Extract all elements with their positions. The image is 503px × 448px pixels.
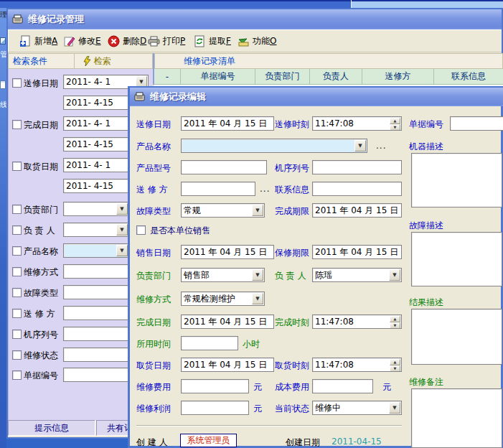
creator-value: 系统管理员 <box>180 434 237 447</box>
lightning-icon <box>83 56 91 66</box>
filter-label: 机序列号 <box>24 329 58 341</box>
filter-checkbox[interactable] <box>12 225 22 235</box>
filter-label: 送修日期 <box>24 78 58 90</box>
profit-input[interactable] <box>181 401 249 415</box>
filter-checkbox[interactable] <box>12 120 22 129</box>
spinner-buttons[interactable]: ▲▼ <box>390 359 400 370</box>
search-button[interactable]: 检索 <box>75 55 111 67</box>
chevron-down-icon[interactable]: ▼ <box>354 140 366 151</box>
function-button[interactable]: 功能O <box>235 34 278 48</box>
dept-combobox[interactable]: 销售部▼ <box>181 268 265 282</box>
product-browse-button[interactable]: ... <box>376 141 386 151</box>
filter-checkbox[interactable] <box>12 288 22 297</box>
contact-input[interactable] <box>312 182 402 196</box>
contact-label: 联系信息 <box>275 184 309 196</box>
sender-browse-button[interactable]: ... <box>260 184 270 194</box>
filter-checkbox[interactable] <box>12 309 22 318</box>
extract-button[interactable]: 提取F <box>192 34 233 48</box>
filter-combobox[interactable]: ▼ <box>63 223 129 237</box>
edit-dialog-titlebar[interactable]: 维修记录编辑 <box>130 88 503 106</box>
print-button[interactable]: 打印P <box>146 34 187 48</box>
filter-checkbox[interactable] <box>12 205 22 214</box>
own-sale-checkbox[interactable] <box>136 225 146 235</box>
repair-fee-input[interactable] <box>181 379 249 393</box>
filter-combobox[interactable]: ▼ <box>63 243 129 258</box>
chevron-down-icon[interactable]: ▼ <box>252 269 263 281</box>
column-header[interactable]: 联系信息 <box>434 69 503 84</box>
chevron-down-icon[interactable]: ▼ <box>116 224 128 235</box>
machine-desc-textarea[interactable] <box>411 153 502 207</box>
filter-checkbox[interactable] <box>12 246 22 256</box>
main-window-titlebar[interactable]: 维修记录管理 <box>8 9 502 29</box>
person-combobox[interactable]: 陈瑶▼ <box>312 268 402 282</box>
chevron-down-icon[interactable]: ▼ <box>252 205 263 216</box>
edge-char: 理 <box>0 11 6 19</box>
print-icon <box>148 35 160 47</box>
send-date-label: 送修日期 <box>136 118 171 131</box>
dialog-icon <box>134 92 146 102</box>
desktop-edge: 理 管 线 <box>0 8 6 448</box>
remark-textarea[interactable] <box>411 388 502 448</box>
chevron-down-icon[interactable]: ▼ <box>116 203 128 215</box>
chevron-down-icon[interactable]: ▼ <box>389 269 400 281</box>
filter-label: 单据编号 <box>24 370 58 382</box>
delete-button[interactable]: 删除D <box>105 34 149 48</box>
status-label: 当前状态 <box>275 403 309 415</box>
fault-desc-textarea[interactable] <box>411 232 502 286</box>
send-time-spinner[interactable]: 11:47:08▲▼ <box>312 116 402 131</box>
chevron-down-icon[interactable]: ▼ <box>389 402 400 414</box>
filter-checkbox[interactable] <box>12 267 22 276</box>
doc-no-input[interactable] <box>450 116 503 131</box>
finish-time-spinner[interactable]: 11:47:08▲▼ <box>312 314 402 329</box>
chevron-down-icon[interactable]: ▼ <box>116 245 128 256</box>
sale-date-field[interactable]: 2011 年 04 月 15 日 <box>181 245 274 259</box>
sale-date-label: 销售日期 <box>136 247 171 259</box>
send-date-field[interactable]: 2011 年 04 月 15 日 <box>181 116 274 131</box>
record-list-columns: - 单据编号 负责部门 负责人 送修方 联系信息 <box>154 69 503 85</box>
repair-mode-label: 维修方式 <box>136 294 171 306</box>
finish-date-field[interactable]: 2011 年 04 月 15 日 <box>181 314 274 329</box>
used-time-input[interactable] <box>181 336 238 350</box>
background-window-strip-right <box>351 0 503 8</box>
product-model-input[interactable] <box>181 160 267 174</box>
repair-mode-combobox[interactable]: 常规检测维护▼ <box>181 291 265 306</box>
screen: 理 管 线 维修记录管理 新增A <box>0 0 503 448</box>
spin-up-icon: ▲ <box>390 118 400 124</box>
filter-label: 完成日期 <box>24 119 58 131</box>
spin-up-icon: ▲ <box>390 316 400 322</box>
spinner-buttons[interactable]: ▲▼ <box>390 316 400 327</box>
column-header[interactable]: 单据编号 <box>181 69 255 84</box>
pickup-time-spinner[interactable]: 11:47:08▲▼ <box>312 358 402 372</box>
warranty-field[interactable]: 2011 年 04 月 15 日 <box>312 245 402 259</box>
new-button[interactable]: 新增A <box>17 34 60 48</box>
sender-input[interactable] <box>181 182 255 196</box>
creator-label: 创 建 人 <box>136 437 168 448</box>
column-header[interactable]: 负责人 <box>310 69 362 84</box>
pickup-date-field[interactable]: 2011 年 04 月 15 日 <box>181 358 274 372</box>
column-header[interactable]: - <box>154 69 181 84</box>
column-header[interactable]: 送修方 <box>362 69 434 84</box>
used-time-unit: 小时 <box>243 338 260 350</box>
cost-fee-label: 成本费用 <box>275 381 309 393</box>
result-desc-textarea[interactable] <box>411 309 502 365</box>
status-combobox[interactable]: 维修中▼ <box>312 401 402 415</box>
person-label: 负 责 人 <box>275 270 306 282</box>
deadline-field[interactable]: 2011 年 04 月 15 日 <box>312 203 402 218</box>
product-name-combobox[interactable]: ▼ <box>181 139 367 153</box>
filter-checkbox[interactable] <box>12 162 22 171</box>
edit-button[interactable]: 修改E <box>61 34 103 48</box>
cost-fee-input[interactable] <box>312 379 373 393</box>
filter-checkbox[interactable] <box>12 370 22 380</box>
spinner-buttons[interactable]: ▲▼ <box>390 118 400 129</box>
serial-input[interactable] <box>312 160 402 174</box>
filter-combobox[interactable]: ▼ <box>63 202 129 216</box>
chevron-down-icon[interactable]: ▼ <box>252 293 263 304</box>
column-header[interactable]: 负责部门 <box>255 69 310 84</box>
fault-type-combobox[interactable]: 常规▼ <box>181 203 265 218</box>
filter-checkbox[interactable] <box>12 78 22 88</box>
used-time-label: 所用时间 <box>136 338 171 350</box>
filter-checkbox[interactable] <box>12 330 22 339</box>
filter-checkbox[interactable] <box>12 350 22 360</box>
create-date-value: 2011-04-15 <box>332 437 382 447</box>
deadline-label: 完成期限 <box>275 205 309 218</box>
